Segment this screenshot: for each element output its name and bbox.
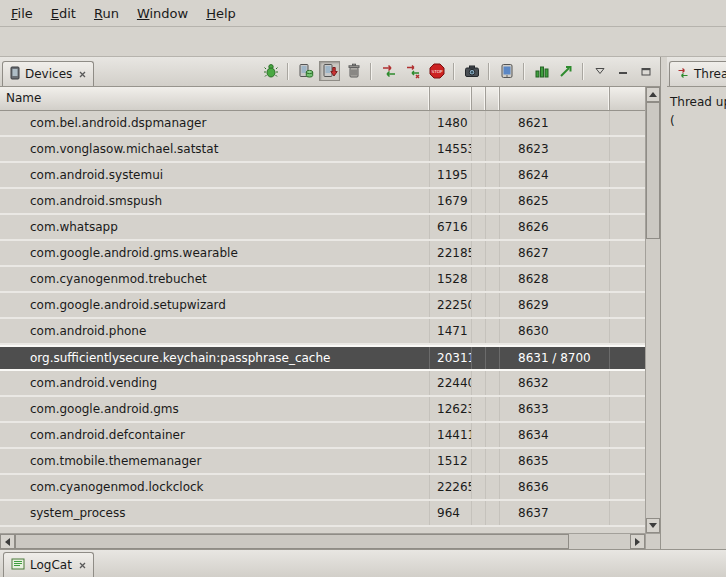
table-row[interactable]: com.google.android.gms.wearable221858627 [0, 241, 645, 267]
close-icon[interactable] [79, 562, 86, 569]
devices-view-header: Devices [0, 57, 660, 87]
table-row[interactable]: com.google.android.gms126238633 [0, 397, 645, 423]
process-port: 8621 [500, 111, 610, 135]
horizontal-scroll-track[interactable] [15, 534, 630, 549]
table-row[interactable]: com.android.smspush16798625 [0, 189, 645, 215]
process-port: 8624 [500, 163, 610, 187]
column-header-port[interactable] [500, 87, 610, 110]
process-name: com.android.phone [0, 319, 430, 343]
vertical-scrollbar[interactable] [645, 87, 660, 549]
scroll-right-button[interactable] [630, 534, 645, 549]
cell-empty [486, 371, 500, 395]
minimize-icon[interactable] [613, 62, 633, 80]
table-header: Name [0, 87, 645, 111]
process-name: com.android.vending [0, 371, 430, 395]
thread-profiling-icon[interactable] [402, 61, 423, 81]
table-row[interactable]: com.android.phone14718630 [0, 319, 645, 345]
table-row[interactable]: com.whatsapp67168626 [0, 215, 645, 241]
table-row[interactable]: org.sufficientlysecure.keychain:passphra… [0, 345, 645, 371]
tab-logcat[interactable]: LogCat [3, 552, 94, 577]
table-row[interactable]: com.cyanogenmod.trebuchet15288628 [0, 267, 645, 293]
process-port: 8625 [500, 189, 610, 213]
scroll-up-button[interactable] [646, 87, 660, 102]
update-heap-icon[interactable] [295, 61, 316, 81]
maximize-icon[interactable] [636, 62, 656, 80]
menu-help[interactable]: Help [197, 0, 245, 26]
process-name: com.whatsapp [0, 215, 430, 239]
stop-process-icon[interactable]: STOP [426, 61, 447, 81]
cell-empty [472, 293, 486, 317]
table-row[interactable]: com.cyanogenmod.lockclock222658636 [0, 475, 645, 501]
column-header-4[interactable] [486, 87, 500, 110]
process-pid: 1679 [430, 189, 472, 213]
cell-filler [610, 293, 645, 317]
process-port: 8636 [500, 475, 610, 499]
cell-empty [472, 137, 486, 161]
process-name: com.google.android.gms [0, 397, 430, 421]
scrollbar-corner [646, 533, 660, 549]
capture-device-icon[interactable] [496, 61, 517, 81]
process-pid: 22185 [430, 241, 472, 265]
tab-threads[interactable]: Threads [669, 61, 726, 86]
scroll-left-button[interactable] [0, 534, 15, 549]
tab-logcat-label: LogCat [30, 558, 72, 572]
process-port: 8631 / 8700 [500, 347, 610, 369]
horizontal-scrollbar[interactable] [0, 533, 645, 549]
cell-filler [610, 267, 645, 291]
cell-empty [472, 501, 486, 525]
menu-file[interactable]: File [2, 0, 42, 26]
menu-run[interactable]: Run [85, 0, 128, 26]
cell-empty [472, 423, 486, 447]
cell-empty [486, 189, 500, 213]
cell-empty [486, 293, 500, 317]
cell-empty [472, 319, 486, 343]
horizontal-scroll-thumb[interactable] [15, 534, 569, 549]
screen-capture-icon[interactable] [461, 61, 482, 81]
cell-filler [610, 319, 645, 343]
toolbar-separator [523, 63, 525, 80]
process-pid: 22265 [430, 475, 472, 499]
menubar: File Edit Run Window Help [0, 0, 726, 27]
cell-filler [610, 137, 645, 161]
cause-gc-icon[interactable] [343, 61, 364, 81]
vertical-scroll-track[interactable] [646, 102, 660, 518]
process-pid: 22440 [430, 371, 472, 395]
column-header-pid[interactable] [430, 87, 472, 110]
dump-hprof-icon[interactable] [319, 61, 340, 81]
process-name: com.bel.android.dspmanager [0, 111, 430, 135]
column-header-name[interactable]: Name [0, 87, 430, 110]
table-row[interactable]: com.bel.android.dspmanager14808621 [0, 111, 645, 137]
table-row[interactable]: com.tmobile.thememanager15128635 [0, 449, 645, 475]
cell-filler [610, 371, 645, 395]
cell-filler [610, 449, 645, 473]
update-threads-icon[interactable] [378, 61, 399, 81]
close-icon[interactable] [79, 71, 86, 78]
column-header-3[interactable] [472, 87, 486, 110]
cell-filler [610, 475, 645, 499]
debug-icon[interactable] [260, 61, 281, 81]
table-row[interactable]: com.google.android.setupwizard222508629 [0, 293, 645, 319]
table-row[interactable]: com.android.systemui11958624 [0, 163, 645, 189]
cell-filler [610, 423, 645, 447]
menu-window[interactable]: Window [128, 0, 197, 26]
cell-empty [486, 449, 500, 473]
ddms-window: File Edit Run Window Help Devices [0, 0, 726, 577]
menu-edit[interactable]: Edit [42, 0, 85, 26]
view-menu-icon[interactable] [590, 62, 610, 80]
cell-empty [486, 111, 500, 135]
start-method-profiling-icon[interactable] [531, 61, 552, 81]
stop-method-profiling-icon[interactable] [555, 61, 576, 81]
process-pid: 1195 [430, 163, 472, 187]
table-row[interactable]: com.android.vending224408632 [0, 371, 645, 397]
cell-empty [472, 371, 486, 395]
cell-empty [472, 111, 486, 135]
cell-empty [486, 319, 500, 343]
device-table: Name com.bel.android.dspmanager14808621c… [0, 87, 660, 549]
cell-empty [486, 347, 500, 369]
table-row[interactable]: system_process9648637 [0, 501, 645, 527]
table-row[interactable]: com.vonglasow.michael.satstat145538623 [0, 137, 645, 163]
vertical-scroll-thumb[interactable] [646, 102, 660, 239]
scroll-down-button[interactable] [646, 518, 660, 533]
tab-devices[interactable]: Devices [2, 61, 94, 86]
table-row[interactable]: com.android.defcontainer144118634 [0, 423, 645, 449]
